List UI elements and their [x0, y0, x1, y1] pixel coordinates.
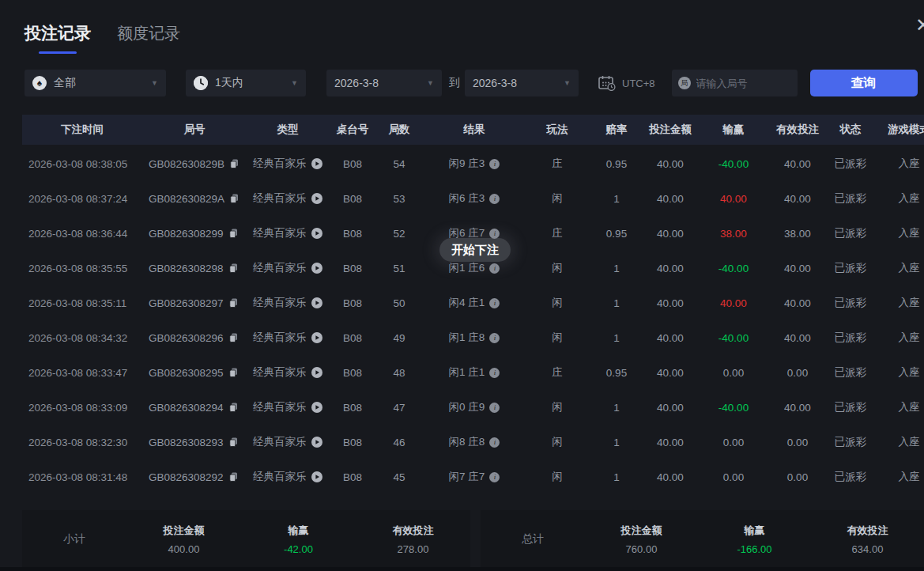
game-type: 经典百家乐 [253, 365, 307, 380]
odds: 1 [588, 297, 645, 309]
info-icon[interactable]: i [489, 194, 500, 204]
play-side: 闲 [526, 261, 588, 275]
date-from-select[interactable]: 2026-3-8 ▼ [326, 70, 442, 96]
odds: 1 [588, 471, 645, 483]
copy-icon[interactable] [230, 159, 239, 168]
timezone-label: UTC+8 [622, 78, 655, 89]
start-betting-toast: 开始下注 [439, 238, 511, 262]
info-icon[interactable]: i [489, 263, 500, 274]
copy-icon[interactable] [229, 263, 238, 273]
timezone-toggle[interactable]: UTC+8 [598, 75, 655, 91]
bet-amount: 40.00 [645, 471, 696, 483]
info-icon[interactable]: i [489, 368, 500, 378]
info-icon[interactable]: i [489, 472, 500, 482]
valid-bet: 0.00 [771, 437, 824, 448]
game-type-select[interactable]: ♠ 全部 ▼ [25, 70, 166, 96]
round-no: 45 [376, 471, 422, 483]
valid-bet: 40.00 [771, 193, 824, 205]
game-id: GB0826308298 [149, 263, 224, 274]
play-icon[interactable] [311, 158, 322, 169]
win-loss: 0.00 [696, 437, 771, 448]
chevron-down-icon: ▼ [151, 79, 158, 87]
odds: 1 [588, 332, 645, 344]
stat-label: 输赢 [698, 524, 811, 538]
tab-bet-records[interactable]: 投注记录 [25, 22, 91, 44]
copy-icon[interactable] [229, 298, 238, 308]
table-row: 2026-03-08 08:33:47 GB0826308295 经典百家乐 B… [22, 355, 924, 390]
game-id: GB0826308299 [149, 228, 224, 240]
play-icon[interactable] [311, 367, 322, 378]
spade-icon: ♠ [32, 76, 47, 90]
game-type: 经典百家乐 [253, 157, 307, 171]
total-card: 总计 投注金额 760.00 输赢 -166.00 有效投注 634.00 [481, 510, 924, 568]
game-id: GB0826308292 [149, 471, 224, 483]
date-to-label: 到 [449, 76, 460, 90]
table-no: B08 [329, 332, 376, 344]
time-range-select[interactable]: 1天内 ▼ [186, 70, 306, 96]
col-bet-time: 下注时间 [22, 123, 142, 137]
odds: 0.95 [588, 158, 645, 170]
play-icon[interactable] [311, 193, 322, 204]
subtotal-valid-bet: 有效投注 278.00 [356, 524, 470, 555]
table-no: B08 [329, 297, 376, 309]
play-icon[interactable] [311, 263, 322, 274]
query-button[interactable]: 查询 [810, 70, 918, 96]
play-side: 闲 [526, 400, 588, 414]
game-type-cell: 经典百家乐 [247, 331, 329, 345]
valid-bet: 0.00 [771, 367, 824, 379]
chevron-down-icon: ▼ [291, 79, 298, 87]
copy-icon[interactable] [230, 194, 239, 203]
col-table-no: 桌台号 [329, 123, 376, 137]
table-row: 2026-03-08 08:34:32 GB0826308296 经典百家乐 B… [22, 320, 924, 355]
stat-value: 278.00 [356, 543, 470, 555]
copy-icon[interactable] [229, 333, 238, 342]
bottom-edge [0, 567, 924, 571]
round-no: 48 [376, 367, 422, 379]
info-icon[interactable]: i [489, 403, 500, 413]
tab-bar: 投注记录 额度记录 [25, 22, 180, 44]
round-no: 50 [376, 297, 422, 309]
copy-icon[interactable] [229, 403, 238, 412]
play-icon[interactable] [311, 332, 322, 343]
close-icon[interactable]: ✕ [915, 14, 924, 36]
info-icon[interactable]: i [489, 229, 500, 239]
total-bet-amount: 投注金额 760.00 [585, 524, 698, 555]
total-winloss: 输赢 -166.00 [698, 524, 811, 555]
info-icon[interactable]: i [489, 159, 500, 169]
copy-icon[interactable] [229, 229, 238, 238]
result-cell: 闲0 庄9 i [422, 400, 526, 414]
date-to-select[interactable]: 2026-3-8 ▼ [465, 70, 579, 96]
copy-icon[interactable] [229, 437, 238, 447]
round-no: 46 [376, 437, 422, 448]
table-row: 2026-03-08 08:32:30 GB0826308293 经典百家乐 B… [22, 425, 924, 459]
tab-quota-records[interactable]: 额度记录 [117, 23, 180, 44]
game-no-input[interactable] [696, 78, 791, 89]
play-icon[interactable] [311, 437, 322, 448]
status: 已派彩 [824, 261, 877, 275]
copy-icon[interactable] [229, 472, 238, 482]
result-text: 闲1 庄8 [449, 331, 485, 345]
table-no: B08 [329, 228, 376, 240]
status: 已派彩 [824, 157, 877, 171]
col-game-mode: 游戏模式 [877, 123, 924, 137]
calendar-clock-icon [598, 75, 616, 91]
date-to-value: 2026-3-8 [473, 77, 517, 89]
game-type-cell: 经典百家乐 [247, 226, 329, 240]
info-icon[interactable]: i [489, 298, 500, 308]
col-type: 类型 [247, 123, 329, 137]
col-play: 玩法 [526, 123, 588, 137]
stat-value: 634.00 [811, 543, 924, 555]
info-icon[interactable]: i [489, 437, 500, 448]
bet-amount: 40.00 [645, 332, 696, 344]
copy-icon[interactable] [229, 368, 238, 377]
chevron-down-icon: ▼ [427, 79, 434, 87]
table-row: 2026-03-08 08:38:05 GB082630829B 经典百家乐 B… [22, 146, 924, 181]
odds: 0.95 [588, 367, 645, 379]
info-icon[interactable]: i [489, 333, 500, 343]
play-icon[interactable] [311, 471, 322, 482]
status: 已派彩 [824, 400, 877, 414]
win-loss: 0.00 [696, 367, 771, 379]
play-icon[interactable] [311, 297, 322, 308]
play-icon[interactable] [311, 402, 322, 413]
play-icon[interactable] [311, 228, 322, 239]
